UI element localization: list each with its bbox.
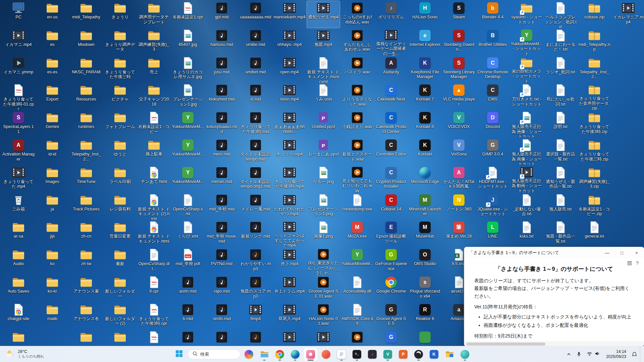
desktop-icon[interactable]: zh-cn [70,220,103,247]
desktop-icon[interactable]: アナウンス冬 [70,303,103,329]
desktop-icon[interactable]: Aかんたん！AITalk 3 関西風 [442,166,475,192]
desktop-icon[interactable]: 001_東北きりたん（ノーマル）_少しゃ... [307,248,340,275]
desktop-icon[interactable]: ラジオ_歌詞.txt [544,56,577,83]
desktop-icon[interactable]: zh-tw [70,248,103,275]
notification-bell-icon[interactable] [630,348,639,361]
desktop-icon[interactable]: uaaaaaaaaa.mid [239,1,272,28]
taskbar-app-copilot[interactable] [242,348,256,361]
desktop-icon[interactable]: YYukkuriMovieM... [171,138,204,165]
desktop-icon[interactable]: cubase.zip [578,1,611,28]
desktop-icon[interactable]: midi_Telepathy [70,1,103,28]
desktop-icon[interactable]: Microsoft Edge [409,166,441,192]
desktop-icon[interactable]: sPlogue sforzando x64 [409,275,441,302]
desktop-icon[interactable]: 調声練習(失敗)_3 [138,28,170,55]
desktop-icon[interactable]: まにまにわーるど！.txt [544,28,577,55]
desktop-icon[interactable]: JJQuake.exe - ショートカット [476,193,509,220]
desktop-icon[interactable]: わかりやすい.mp3 [239,248,272,275]
desktop-icon[interactable]: PC [2,1,35,28]
taskbar-app-voicevox[interactable]: V [381,348,395,361]
desktop-icon[interactable]: タイトル未設定, tempo.ong1.mid [239,166,272,192]
desktop-icon[interactable]: EEpson 接続診断ツール [375,220,408,247]
desktop-icon[interactable]: タイトル未設定, tempo.mid [239,138,272,165]
desktop-icon[interactable]: フォトフレーム [104,111,137,137]
taskbar-app-blue-k[interactable]: K [427,348,441,361]
horizontal-scrollbar[interactable] [464,342,644,346]
desktop-icon[interactable]: うみ.ustx [307,83,340,110]
desktop-icon[interactable]: Mixdown [70,28,103,55]
desktop-icon[interactable]: OpenCvSharp.dll... [138,248,170,275]
desktop-icon[interactable]: mero.mid [205,138,238,165]
desktop-icon[interactable]: general.ini [578,220,611,247]
desktop-icon[interactable]: きょうり食ってた.mp4 [2,166,35,192]
desktop-icon[interactable]: ksks.txt [510,220,543,247]
scrollbar-thumb[interactable] [466,343,545,346]
taskbar-app-music-pink[interactable]: ♪ [365,348,379,361]
desktop-icon[interactable]: きょうり食ってた午後三時.zip [578,138,611,165]
desktop-icon[interactable]: 名称未設定1 - コピー [138,111,170,137]
desktop-icon[interactable]: きょうりのカコレ用サムネ.jpg [171,56,204,83]
desktop-icon[interactable]: アナウンス夏 [70,275,103,302]
desktop-icon[interactable]: MMinecraft Launcher [409,193,441,220]
desktop-icon[interactable]: 売上 [138,56,170,83]
desktop-icon[interactable]: きょうり食ってた午後三時 [104,56,137,83]
desktop-icon[interactable]: KKontakt [409,138,441,165]
desktop-icon[interactable]: OOBS Studio [409,248,441,275]
desktop-icon[interactable]: b.mid [171,303,204,329]
desktop-icon[interactable]: klokumed.mid [205,83,238,110]
desktop-icon[interactable]: DDiscord [476,111,509,137]
desktop-icon[interactable]: テンあて.html [138,166,170,192]
taskbar-app-clip-pink[interactable] [304,348,318,361]
desktop-icon[interactable]: 通知うぜえ.mp4 [307,1,340,28]
desktop-icon[interactable]: 営業日変更 [104,220,137,247]
desktop-icon[interactable]: かるー.png [307,166,340,192]
desktop-icon[interactable]: CCubase 14 [375,193,408,220]
desktop-icon[interactable]: ▲VLC media player [442,83,475,110]
desktop-icon[interactable]: HDDFMT.exe - ショートカット [476,166,509,192]
desktop-icon[interactable]: ごみ箱 [2,193,35,220]
desktop-icon[interactable]: きょうり食ってた午後3時.mid [239,111,272,137]
desktop-icon[interactable]: だれたFXいれたやつ.mp4 [273,193,306,220]
desktop-icon[interactable]: 新規ソング.mid [239,220,272,247]
desktop-icon[interactable]: umibet.mid [239,56,272,83]
desktop-icon[interactable]: 無人販売.txt [544,193,577,220]
desktop-icon[interactable]: 名称未設定1.cpr [171,1,204,28]
desktop-icon[interactable]: jijii [36,220,69,247]
desktop-icon[interactable]: きょうり食ってた午後3時.mp4 [273,166,306,192]
desktop-icon[interactable]: ohhayo-.mp4 [273,28,306,55]
desktop-icon[interactable]: VVoiSona [442,138,475,165]
minimize-button[interactable]: — [600,247,614,258]
desktop-icon[interactable]: Telepathy_Inst_2... [70,138,103,165]
desktop-icon[interactable]: CCrypton Product Installer [375,166,408,192]
desktop-icon[interactable]: 調声練習(失敗)_3.zip [578,166,611,192]
desktop-icon[interactable]: きょうり食ってた音声用データ.zip [578,83,611,110]
desktop-icon[interactable]: 筆筆まめ Ver.28 [442,220,475,247]
start-button[interactable] [172,348,186,361]
desktop-icon[interactable]: SSpectraLayers 11 [2,111,35,137]
desktop-icon[interactable]: midi_Telepathy.zip [578,28,611,55]
clock-widget[interactable]: 14:14 2025/09/23 [603,349,629,359]
desktop-icon[interactable]: ヘッドフォンはずしててよかったmp4 [273,220,306,247]
desktop-icon[interactable]: BBrother Utilities [476,28,509,55]
show-desktop-button[interactable] [640,346,642,362]
desktop-icon[interactable]: SSteam [442,1,475,28]
desktop-icon[interactable]: NKSC_PARAM [70,56,103,83]
desktop-icon[interactable]: sirofo.mid [205,303,238,329]
desktop-icon[interactable]: YYukkuriMovieM... [171,166,204,192]
desktop-icon[interactable]: 無題のスコア.mp3 [239,275,272,302]
desktop-icon[interactable]: kotusytuaaus.mid [205,111,238,137]
desktop-icon[interactable]: 双尾入.mp4 [273,303,306,329]
desktop-icon[interactable]: 死にたい_ゅ歌詞.txt [544,83,577,110]
desktop-icon[interactable]: KKontakt 7 [409,83,441,110]
desktop-icon[interactable]: Telepathy_Inst_2... [578,56,611,83]
desktop-icon[interactable]: ゆうと [104,138,137,165]
desktop-icon[interactable]: 調声用データテンプレート [138,1,170,28]
desktop-icon[interactable]: Groove Agent SE 01.wav [307,275,340,302]
desktop-icon[interactable]: CCakewalk Next [375,83,408,110]
desktop-icon[interactable]: Gemini [36,111,69,137]
desktop-icon[interactable]: mid_学校.mid [205,193,238,220]
desktop-icon[interactable]: TimeTune [70,166,103,192]
desktop-icon[interactable]: PUntitled.ppsf [307,111,340,137]
desktop-icon[interactable]: chatgpt-site [2,303,35,329]
desktop-icon[interactable]: 無人販売不正行為 画像 - ショートカット [510,111,543,137]
desktop-icon[interactable]: 選択肢 - 親作品一覧.txt [544,138,577,165]
